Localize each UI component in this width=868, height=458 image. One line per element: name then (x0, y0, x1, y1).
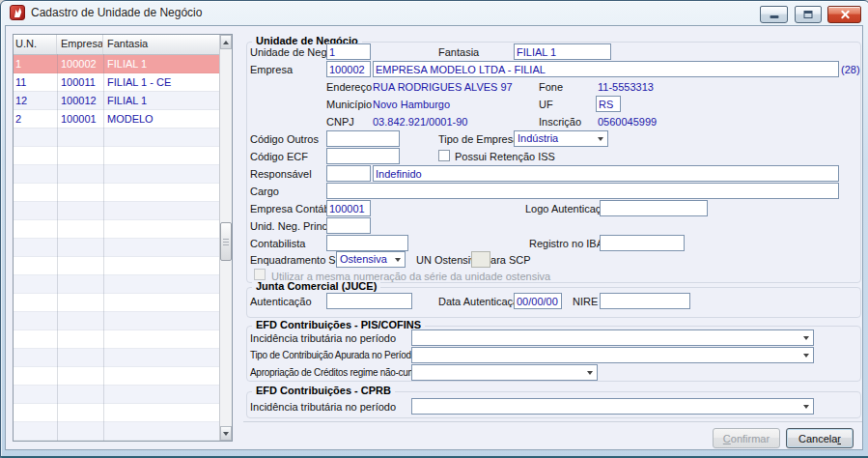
data-autenticacao-input[interactable] (514, 293, 562, 309)
empresa-contabil-label: Empresa Contábil (250, 203, 334, 215)
app-icon (10, 5, 25, 20)
table-empty-rows (14, 129, 219, 441)
incidencia-pis-label: Incidência tributária no período (250, 332, 396, 344)
unidade-negocio-input[interactable] (326, 43, 371, 60)
scrollbar-thumb[interactable] (220, 222, 232, 261)
minimize-button[interactable] (760, 6, 788, 23)
fone-value: 11-5553313 (598, 81, 654, 93)
table-row[interactable]: 12 100012 FILIAL 1 (14, 92, 219, 110)
empresa-label: Empresa (250, 64, 293, 75)
column-header-un[interactable]: U.N. (14, 35, 57, 54)
incidencia-cprb-label: Incidência tributária no período (250, 401, 396, 413)
column-divider (57, 54, 58, 441)
group-title: EFD Contribuições - CPRB (252, 385, 395, 396)
fone-label: Fone (539, 81, 563, 93)
municipio-value: Novo Hamburgo (373, 99, 450, 110)
empresa-count: (28) (841, 64, 860, 75)
cell-empresa: 100012 (57, 92, 103, 109)
group-title: Junta Comercial (JUCE) (252, 280, 380, 292)
uf-input[interactable] (596, 96, 621, 112)
endereco-label: Endereço (326, 81, 372, 93)
chevron-down-icon (598, 137, 603, 141)
utilizar-numeracao-checkbox (254, 269, 266, 280)
codigo-outros-input[interactable] (326, 130, 400, 147)
cell-un: 1 (14, 55, 57, 72)
unid-neg-principal-input[interactable] (326, 217, 371, 234)
column-header-fantasia[interactable]: Fantasia (103, 35, 219, 54)
data-autenticacao-label: Data Autenticação (438, 296, 524, 307)
uf-label: UF (539, 99, 553, 110)
table-row[interactable]: 2 100001 MODELO (14, 110, 219, 129)
autenticacao-label: Autenticação (250, 296, 312, 307)
scroll-up-button[interactable] (220, 35, 232, 49)
close-icon (839, 10, 850, 20)
chevron-down-icon (803, 405, 809, 409)
empresa-code-input[interactable] (326, 61, 371, 77)
title-bar[interactable]: Cadastro de Unidade de Negócio (1, 1, 868, 25)
tipo-contribuicao-select[interactable] (411, 347, 814, 363)
window: Cadastro de Unidade de Negócio U.N. Empr… (0, 0, 868, 458)
maximize-button[interactable] (795, 6, 822, 23)
enquadramento-scp-value: Ostensiva (340, 253, 387, 265)
minimize-icon (770, 15, 778, 18)
codigo-outros-label: Código Outros (250, 133, 319, 145)
cell-un: 11 (14, 73, 57, 91)
maximize-icon (803, 11, 812, 18)
nire-input[interactable] (600, 293, 690, 309)
possui-retencao-label: Possui Retenção ISS (455, 151, 555, 162)
cell-fantasia: FILIAL 1 - CE (103, 73, 219, 91)
empresa-contabil-input[interactable] (326, 200, 371, 216)
tipo-empresa-label: Tipo de Empresa (438, 133, 518, 145)
table-row-selected[interactable]: 1 100002 FILIAL 1 (14, 55, 219, 73)
fantasia-label: Fantasia (438, 46, 479, 58)
table-scrollbar[interactable] (219, 35, 232, 441)
logo-autenticacao-input[interactable] (600, 200, 708, 216)
flame-glyph (14, 8, 22, 17)
confirmar-button[interactable]: Confirmar (713, 428, 780, 448)
column-divider (103, 54, 104, 441)
codigo-ecf-input[interactable] (326, 148, 400, 164)
responsavel-code-input[interactable] (326, 165, 371, 182)
chevron-down-icon (395, 258, 401, 262)
cell-un: 2 (14, 110, 57, 128)
cell-un: 12 (14, 92, 57, 109)
chevron-down-icon (803, 354, 809, 358)
cnpj-label: CNPJ (326, 116, 354, 128)
cancelar-mnemonic: r (837, 433, 841, 444)
inscricao-value: 0560045999 (598, 116, 657, 128)
tipo-empresa-select[interactable]: Indústria (514, 130, 608, 147)
window-title: Cadastro de Unidade de Negócio (31, 6, 202, 19)
column-header-empresa[interactable]: Empresa (57, 35, 103, 54)
close-button[interactable] (827, 6, 861, 23)
incidencia-cprb-select[interactable] (411, 398, 814, 415)
table-header: U.N. Empresa Fantasia (14, 35, 219, 55)
possui-retencao-checkbox[interactable] (438, 150, 450, 161)
cell-fantasia: FILIAL 1 (103, 92, 219, 109)
cancelar-button[interactable]: Cancelar (786, 428, 854, 448)
panel-bottom-edge (243, 421, 862, 422)
cargo-label: Cargo (250, 186, 279, 197)
cell-empresa: 100002 (57, 55, 103, 72)
empresa-name-input[interactable] (373, 61, 839, 77)
cargo-input[interactable] (326, 183, 839, 199)
autenticacao-input[interactable] (326, 293, 412, 309)
scroll-up-icon (223, 41, 229, 44)
cell-fantasia: MODELO (103, 110, 219, 128)
municipio-label: Município (326, 99, 372, 110)
cell-fantasia: FILIAL 1 (103, 55, 219, 72)
enquadramento-scp-select[interactable]: Ostensiva (336, 251, 406, 268)
codigo-ecf-label: Código ECF (250, 151, 308, 162)
responsavel-label: Responsável (250, 168, 312, 180)
confirmar-label: onfirmar (731, 433, 770, 444)
incidencia-pis-select[interactable] (411, 329, 814, 346)
registro-ibama-input[interactable] (600, 235, 685, 251)
scroll-down-button[interactable] (220, 426, 232, 441)
contabilista-input[interactable] (326, 235, 408, 251)
cancelar-label: Cancela (798, 433, 837, 444)
apropriacao-creditos-select[interactable] (411, 364, 598, 381)
tipo-contribuicao-label: Tipo de Contribuição Apurada no Período (250, 350, 416, 360)
fantasia-input[interactable] (514, 43, 611, 60)
nire-label: NIRE (573, 296, 598, 307)
table-row[interactable]: 11 100011 FILIAL 1 - CE (14, 73, 219, 92)
responsavel-name-input[interactable] (373, 165, 839, 182)
